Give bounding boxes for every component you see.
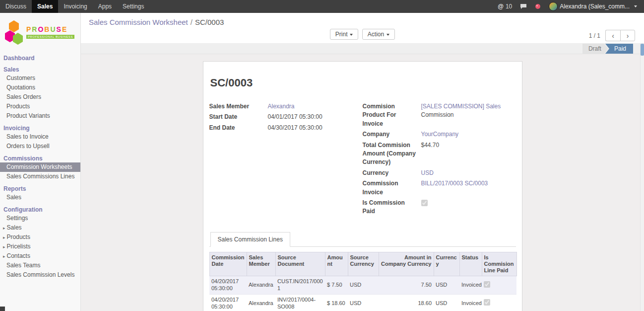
top-navbar: DiscussSalesInvoicingAppsSettings @10 Al… bbox=[0, 0, 644, 13]
sidebar-heading-sales[interactable]: Sales bbox=[0, 65, 80, 74]
field-value: 04/30/2017 05:30:00 bbox=[268, 124, 354, 132]
field-company: CompanyYourCompany bbox=[363, 130, 507, 139]
sidebar-item-label: Sales Commission Levels bbox=[6, 271, 74, 278]
app-window: DiscussSalesInvoicingAppsSettings @10 Al… bbox=[0, 0, 644, 311]
topbar-right: @10 Alexandra (Sales_comm... bbox=[494, 0, 644, 13]
sidebar-item-sales-commission-levels[interactable]: Sales Commission Levels bbox=[0, 270, 80, 280]
sidebar-item-label: Sales Orders bbox=[6, 93, 41, 100]
sidebar-item-sales[interactable]: ▸Sales bbox=[0, 223, 80, 233]
sidebar-item-pricelists[interactable]: ▸Pricelists bbox=[0, 242, 80, 251]
line-paid-checkbox[interactable] bbox=[484, 281, 490, 288]
top-menu-invoicing[interactable]: Invoicing bbox=[58, 0, 92, 13]
form-left-column: Sales MemberAlexandraStart Date04/01/201… bbox=[209, 102, 363, 218]
column-header-source-document[interactable]: Source Document bbox=[275, 252, 325, 276]
sidebar-item-label: Sales bbox=[6, 194, 21, 201]
chevron-right-icon: ▸ bbox=[3, 254, 5, 259]
field-label: Currency bbox=[363, 169, 421, 177]
checkbox-is-commission-paid[interactable] bbox=[421, 200, 428, 206]
status-paid[interactable]: Paid bbox=[605, 44, 633, 54]
chevron-down-icon bbox=[634, 5, 637, 7]
column-header-amount-in-company-currency[interactable]: Amount in Company Currency bbox=[379, 252, 434, 276]
sidebar-item-label: Products bbox=[6, 103, 30, 110]
sidebar-item-orders-to-upsell[interactable]: Orders to Upsell bbox=[0, 142, 80, 151]
top-menu-settings[interactable]: Settings bbox=[117, 0, 149, 13]
sidebar-item-sales-commissions-lines[interactable]: Sales Commissions Lines bbox=[0, 172, 80, 181]
sidebar-item-products[interactable]: ▸Products bbox=[0, 233, 80, 242]
statusbar: DraftPaid bbox=[582, 44, 633, 54]
field-link[interactable]: [SALES COMMISSION] Sales bbox=[421, 103, 501, 110]
sidebar-heading-configuration[interactable]: Configuration bbox=[0, 205, 80, 214]
sidebar-item-sales-to-invoice[interactable]: Sales to Invoice bbox=[0, 132, 80, 142]
pager-value: 1 / 1 bbox=[589, 32, 600, 39]
top-menu-sales[interactable]: Sales bbox=[32, 0, 58, 13]
app-logo[interactable]: PROBUSE PROFESSIONAL BUSINESS bbox=[0, 13, 80, 51]
field-commission-invoice: Commission InvoiceBILL/2017/0003 SC/0003 bbox=[363, 179, 507, 197]
top-menu-apps[interactable]: Apps bbox=[93, 0, 117, 13]
sidebar-item-settings[interactable]: Settings bbox=[0, 214, 80, 223]
sidebar-item-label: Orders to Upsell bbox=[6, 143, 50, 150]
scrollbar-thumb[interactable] bbox=[641, 44, 644, 56]
field-label: Total Commision Amount (Company Currency… bbox=[363, 141, 421, 167]
top-menu-discuss[interactable]: Discuss bbox=[0, 0, 32, 13]
action-button[interactable]: Action bbox=[362, 29, 395, 40]
column-header-currency[interactable]: Currency bbox=[434, 252, 459, 276]
activities-button[interactable]: @10 bbox=[494, 0, 516, 13]
sidebar-item-sales[interactable]: Sales bbox=[0, 193, 80, 202]
column-header-is-commision-line-paid[interactable]: Is Commision Line Paid bbox=[482, 252, 516, 276]
sidebar-item-sales-teams[interactable]: Sales Teams bbox=[0, 261, 80, 270]
column-header-commission-date[interactable]: Commission Date bbox=[209, 252, 247, 276]
sidebar-heading-reports[interactable]: Reports bbox=[0, 184, 80, 193]
cell-amount: $ 18.60 bbox=[325, 294, 348, 311]
cell-source-currency: USD bbox=[348, 276, 379, 295]
sidebar-heading-dashboard[interactable]: Dashboard bbox=[0, 54, 80, 62]
line-paid-checkbox[interactable] bbox=[484, 299, 490, 306]
logo-text: PROBUSE PROFESSIONAL BUSINESS bbox=[26, 26, 74, 38]
print-button[interactable]: Print bbox=[330, 29, 359, 40]
field-label: Start Date bbox=[209, 113, 268, 121]
breadcrumb-parent[interactable]: Sales Commission Worksheet bbox=[89, 18, 188, 26]
action-buttons: Print Action bbox=[81, 29, 644, 40]
pager-previous-button[interactable]: ‹ bbox=[605, 30, 620, 41]
sidebar-item-quotations[interactable]: Quotations bbox=[0, 83, 80, 92]
cell-currency: USD bbox=[434, 294, 459, 311]
field-label: Commision Product For Invoice bbox=[363, 102, 421, 128]
table-row[interactable]: 04/20/2017 05:30:00AlexandraCUST.IN/2017… bbox=[209, 276, 516, 295]
control-panel: Sales Commission Worksheet/SC/0003 Print… bbox=[81, 13, 644, 44]
sidebar-item-label: Sales bbox=[7, 224, 22, 231]
form-fields: Sales MemberAlexandraStart Date04/01/201… bbox=[209, 102, 516, 218]
cell-amount-in-company-currency: 18.60 bbox=[379, 294, 434, 311]
column-header-sales-member[interactable]: Sales Member bbox=[247, 252, 275, 276]
field-value-line2: Commission bbox=[421, 111, 507, 119]
pager-next-button[interactable]: › bbox=[620, 30, 635, 41]
sidebar-heading-commissions[interactable]: Commissions bbox=[0, 154, 80, 162]
user-menu[interactable]: Alexandra (Sales_comm... bbox=[545, 0, 641, 13]
sidebar-item-customers[interactable]: Customers bbox=[0, 74, 80, 83]
sidebar-item-product-variants[interactable]: Product Variants bbox=[0, 111, 80, 121]
field-link[interactable]: USD bbox=[421, 169, 434, 176]
table-row[interactable]: 04/20/2017 05:30:00AlexandraINV/2017/000… bbox=[209, 294, 516, 311]
field-value: Alexandra bbox=[268, 102, 354, 111]
sidebar-heading-invoicing[interactable]: Invoicing bbox=[0, 124, 80, 132]
status-draft[interactable]: Draft bbox=[582, 44, 608, 54]
sidebar-item-label: Product Variants bbox=[6, 112, 50, 119]
sidebar-item-label: Contacts bbox=[7, 252, 30, 259]
messages-button[interactable] bbox=[516, 3, 531, 9]
notification-button[interactable] bbox=[531, 3, 545, 9]
scrollbar[interactable] bbox=[640, 44, 644, 311]
chevron-right-icon: ▸ bbox=[3, 235, 5, 240]
column-header-amount[interactable]: Amount bbox=[325, 252, 348, 276]
sidebar-item-commission-worksheets[interactable]: Commission Worksheets bbox=[0, 162, 80, 172]
field-link[interactable]: BILL/2017/0003 SC/0003 bbox=[421, 180, 488, 187]
sidebar-item-sales-orders[interactable]: Sales Orders bbox=[0, 92, 80, 102]
sidebar-item-label: Customers bbox=[6, 75, 35, 81]
sidebar-item-label: Pricelists bbox=[7, 243, 31, 250]
tab-sales-commission-lines[interactable]: Sales Commission Lines bbox=[210, 232, 290, 247]
sidebar-item-contacts[interactable]: ▸Contacts bbox=[0, 251, 80, 261]
field-link[interactable]: Alexandra bbox=[268, 103, 295, 110]
cell-sales-member: Alexandra bbox=[247, 276, 275, 295]
sidebar-item-products[interactable]: Products bbox=[0, 102, 80, 111]
field-end-date: End Date04/30/2017 05:30:00 bbox=[209, 124, 354, 132]
field-link[interactable]: YourCompany bbox=[421, 131, 459, 138]
column-header-source-currency[interactable]: Source Currency bbox=[348, 252, 379, 276]
column-header-status[interactable]: Status bbox=[459, 252, 482, 276]
